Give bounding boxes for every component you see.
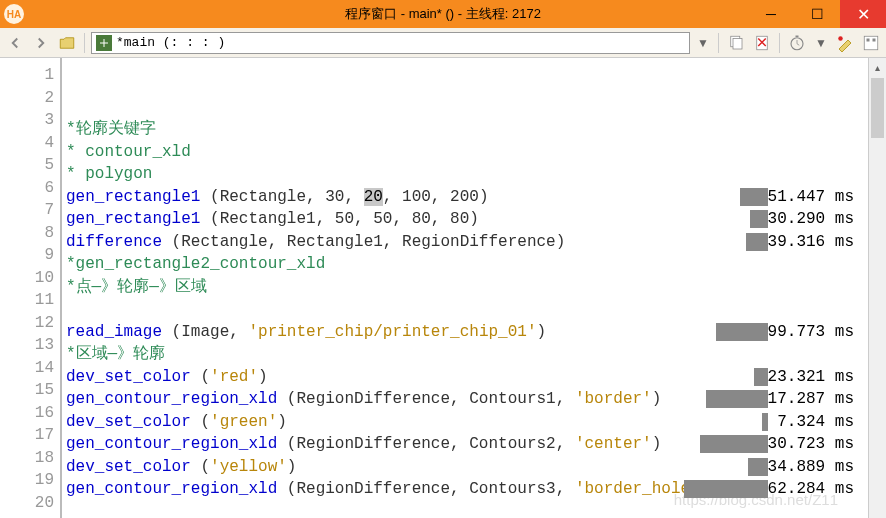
line-number: 11 [0,289,54,312]
timing-cell [738,163,868,186]
minimize-button[interactable]: ─ [748,0,794,28]
line-number: 1 [0,64,54,87]
line-number: 10 [0,267,54,290]
code-area[interactable]: https://blog.csdn.net/Z11 *轮廓关键字* contou… [62,58,868,518]
code-line[interactable]: dev_set_color ('yellow')34.889 ms [66,456,868,479]
timing-bar [762,413,768,431]
code-line[interactable]: read_image (Image, 'printer_chip/printer… [66,321,868,344]
timing-bar [700,435,768,453]
forward-button[interactable] [30,32,52,54]
timing-value: 130.723 ms [758,435,854,453]
path-combo[interactable]: *main (: : : ) [91,32,690,54]
timing-cell: 39.316 ms [738,231,868,254]
timing-cell [738,501,868,519]
line-number: 14 [0,357,54,380]
line-number: 17 [0,424,54,447]
code-line[interactable]: *轮廓关键字 [66,118,868,141]
app-icon: HA [4,4,24,24]
scroll-thumb[interactable] [871,78,884,138]
scroll-up-icon[interactable]: ▴ [869,58,886,76]
code-line[interactable]: gen_contour_region_xld (RegionDifference… [66,478,868,501]
line-number: 19 [0,469,54,492]
timing-value: 51.447 ms [768,188,854,206]
code-line[interactable]: gen_rectangle1 (Rectangle, 30, 20, 100, … [66,186,868,209]
line-number: 5 [0,154,54,177]
line-number: 20 [0,492,54,515]
module-icon [96,35,112,51]
timing-cell: 162.284 ms [738,478,868,501]
timing-cell [738,141,868,164]
timer-dropdown[interactable]: ▼ [812,36,830,50]
timing-bar [706,390,768,408]
code-line[interactable]: *区域—》轮廓 [66,343,868,366]
timing-value: 117.287 ms [758,390,854,408]
line-number: 12 [0,312,54,335]
tools2-button[interactable] [860,32,882,54]
code-line[interactable]: dev_set_color ('green')7.324 ms [66,411,868,434]
code-line[interactable]: *gen_rectangle2_contour_xld [66,253,868,276]
timing-bar [748,458,768,476]
close-button[interactable]: ✕ [840,0,886,28]
line-number: 3 [0,109,54,132]
line-number: 18 [0,447,54,470]
code-line[interactable]: *点—》轮廓—》区域 [66,276,868,299]
timing-cell [738,118,868,141]
code-line[interactable]: gen_contour_region_xld (RegionDifference… [66,433,868,456]
timing-cell: 130.723 ms [738,433,868,456]
timing-value: 162.284 ms [758,480,854,498]
svg-point-5 [838,36,843,41]
code-line[interactable]: * contour_xld [66,141,868,164]
code-line[interactable]: difference (Rectangle, Rectangle1, Regio… [66,231,868,254]
timing-bar [754,368,768,386]
timer-button[interactable] [786,32,808,54]
code-line[interactable]: gen_contour_region_xld (RegionDifference… [66,388,868,411]
line-number: 13 [0,334,54,357]
path-text: *main (: : : ) [116,35,225,50]
line-number: 7 [0,199,54,222]
timing-value: 7.324 ms [777,413,854,431]
code-line[interactable]: * polygon [66,163,868,186]
window-title: 程序窗口 - main* () - 主线程: 2172 [345,5,541,23]
vertical-scrollbar[interactable]: ▴ [868,58,886,518]
path-dropdown[interactable]: ▼ [694,36,712,50]
line-number: 16 [0,402,54,425]
code-line[interactable]: gen_rectangle1 (Rectangle1, 50, 50, 80, … [66,208,868,231]
line-number: 8 [0,222,54,245]
timing-cell [738,276,868,299]
svg-rect-2 [733,38,742,49]
line-gutter: 1234567891011121314151617181920 [0,58,62,518]
timing-cell [738,253,868,276]
svg-rect-8 [873,38,876,41]
timing-bar [740,188,768,206]
line-number: 15 [0,379,54,402]
timing-cell: 51.447 ms [738,186,868,209]
code-line[interactable] [66,298,868,321]
timing-cell: 23.321 ms [738,366,868,389]
code-line[interactable] [66,501,868,519]
code-line[interactable]: dev_set_color ('red')23.321 ms [66,366,868,389]
line-number: 2 [0,87,54,110]
timing-cell: 7.324 ms [738,411,868,434]
timing-cell: 34.889 ms [738,456,868,479]
line-number: 6 [0,177,54,200]
maximize-button[interactable]: ☐ [794,0,840,28]
timing-cell [738,343,868,366]
svg-rect-7 [867,38,870,41]
timing-value: 23.321 ms [768,368,854,386]
timing-bar [746,233,768,251]
delete-button[interactable] [751,32,773,54]
copy-button[interactable] [725,32,747,54]
timing-value: 34.889 ms [768,458,854,476]
timing-value: 30.290 ms [768,210,854,228]
svg-rect-6 [864,36,878,50]
timing-cell: 99.773 ms [738,321,868,344]
editor: 1234567891011121314151617181920 https://… [0,58,886,518]
timing-cell: 117.287 ms [738,388,868,411]
timing-bar [750,210,768,228]
back-button[interactable] [4,32,26,54]
open-file-button[interactable] [56,32,78,54]
line-number: 9 [0,244,54,267]
toolbar: *main (: : : ) ▼ ▼ [0,28,886,58]
timing-cell [738,298,868,321]
tools1-button[interactable] [834,32,856,54]
